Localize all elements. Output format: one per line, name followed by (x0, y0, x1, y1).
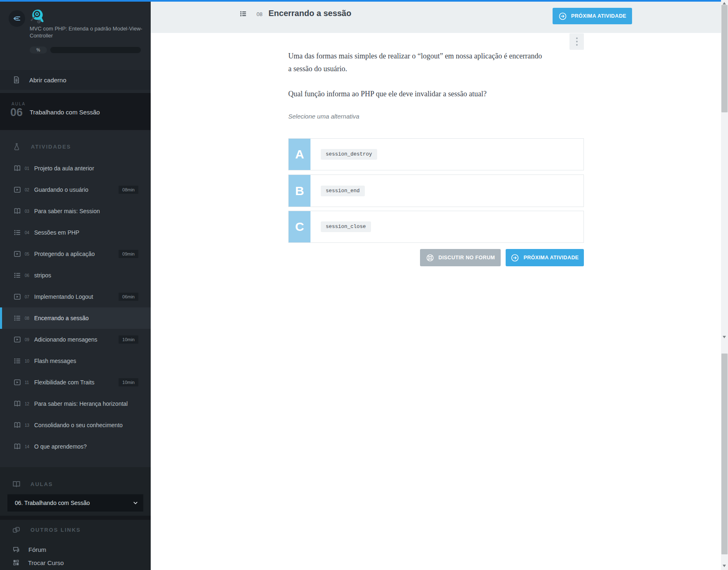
activity-label: Encerrando a sessão (34, 315, 89, 321)
course-activity-page: MVC com PHP: Entenda o padrão Model-View… (0, 0, 728, 570)
scrollbar-thumb-lower[interactable] (721, 354, 728, 554)
activities-header-label: ATIVIDADES (31, 144, 71, 150)
discuss-forum-button[interactable]: DISCUTIR NO FORUM (420, 249, 501, 266)
activity-item-09[interactable]: 09 Adicionando mensagens 10min (0, 329, 151, 350)
aulas-section-header: AULAS (0, 476, 151, 492)
video-icon (13, 250, 21, 258)
activity-item-02[interactable]: 02 Guardando o usuário 08min (0, 179, 151, 200)
select-alternative-note: Selecione uma alternativa (288, 113, 359, 120)
duration-badge: 10min (119, 335, 138, 344)
activity-number: 10 (25, 359, 31, 363)
sidebar-item-forum[interactable]: Fórum (0, 543, 151, 556)
activity-item-04[interactable]: 04 Sessões em PHP (0, 222, 151, 243)
activity-item-10[interactable]: 10 Flash messages (0, 350, 151, 372)
links-icon (12, 526, 21, 534)
activity-number: 02 (25, 188, 31, 192)
chevron-down-icon (133, 500, 138, 506)
activity-number: 09 (25, 337, 31, 342)
activity-number: 08 (257, 11, 262, 17)
option-letter: C (289, 211, 310, 242)
activity-item-07[interactable]: 07 Implementando Logout 06min (0, 286, 151, 307)
sidebar: MVC com PHP: Entenda o padrão Model-View… (0, 2, 151, 570)
book-icon (13, 421, 21, 429)
book-icon (13, 400, 21, 408)
activity-item-03[interactable]: 03 Para saber mais: Session (0, 200, 151, 222)
activity-label: Para saber mais: Session (34, 208, 100, 214)
sidebar-divider (0, 516, 151, 520)
next-activity-button-bottom[interactable]: PRÓXIMA ATIVIDADE (506, 249, 584, 266)
lesson-select-dropdown[interactable]: 06. Trabalhando com Sessão (7, 494, 143, 512)
activity-item-13[interactable]: 13 Consolidando o seu conhecimento (0, 414, 151, 436)
option-letter: A (289, 139, 310, 170)
lifebuoy-icon (426, 254, 434, 262)
activity-item-08-current[interactable]: 08 Encerrando a sessão (0, 307, 151, 329)
duration-badge: 08min (119, 186, 138, 194)
activity-label: Adicionando mensagens (34, 336, 97, 343)
activity-item-05[interactable]: 05 Protegendo a aplicação 09min (0, 243, 151, 265)
activity-item-01[interactable]: 01 Projeto da aula anterior (0, 158, 151, 179)
kebab-menu-icon (576, 37, 578, 46)
option-code: session_destroy (321, 149, 377, 160)
collapse-sidebar-button[interactable] (9, 10, 25, 27)
scroll-down-arrow-icon[interactable] (723, 336, 726, 338)
activity-header-bar: 08 Encerrando a sessão PRÓXIMA ATIVIDADE (151, 2, 728, 33)
lesson-tag: AULA (12, 102, 26, 106)
lesson-number: 06 (10, 106, 23, 119)
page-scrollbar[interactable] (721, 0, 728, 570)
activity-label: Consolidando o seu conhecimento (34, 422, 123, 428)
video-icon (13, 335, 21, 344)
activity-number: 01 (25, 166, 31, 171)
activity-item-14[interactable]: 14 O que aprendemos? (0, 436, 151, 457)
next-activity-button-top[interactable]: PRÓXIMA ATIVIDADE (553, 8, 632, 24)
activity-number: 08 (25, 316, 31, 321)
activity-number: 05 (25, 252, 31, 256)
main-content: 08 Encerrando a sessão PRÓXIMA ATIVIDADE… (151, 2, 728, 570)
course-progress-bar (50, 47, 141, 53)
next-activity-label: PRÓXIMA ATIVIDADE (571, 13, 626, 19)
activity-item-12[interactable]: 12 Para saber mais: Herança horizontal (0, 393, 151, 414)
scroll-up-arrow-icon[interactable] (723, 2, 726, 5)
video-icon (13, 293, 21, 301)
aulas-header-label: AULAS (30, 481, 53, 487)
activity-item-06[interactable]: 06 stripos (0, 265, 151, 286)
page-title: Encerrando a sessão (268, 9, 351, 18)
grid-icon (12, 559, 20, 566)
activity-label: O que aprendemos? (34, 443, 87, 450)
activity-label: stripos (34, 272, 51, 279)
answer-option-c[interactable]: C session_close (288, 211, 584, 243)
activity-label: Sessões em PHP (34, 229, 79, 236)
activity-type-list-icon (239, 10, 247, 18)
activity-number: 12 (25, 402, 31, 406)
duration-badge: 10min (119, 378, 138, 386)
question-paragraph-1: Uma das formas mais simples de realizar … (288, 50, 544, 75)
arrow-circle-right-icon (558, 12, 567, 21)
option-code: session_end (321, 186, 365, 196)
scrollbar-thumb-upper[interactable] (721, 5, 728, 112)
option-code: session_close (321, 221, 371, 232)
current-lesson-block: AULA 06 Trabalhando com Sessão (0, 93, 151, 130)
quiz-list-icon (13, 228, 21, 237)
activity-item-11[interactable]: 11 Flexibilidade com Traits 10min (0, 372, 151, 393)
selected-lesson-label: 06. Trabalhando com Sessão (15, 500, 90, 506)
sidebar-item-trocar-curso[interactable]: Trocar Curso (0, 556, 151, 569)
notebook-label: Abrir caderno (29, 77, 66, 84)
duration-badge: 09min (119, 250, 138, 258)
open-notebook-button[interactable]: Abrir caderno (0, 70, 151, 90)
activity-label: Flexibilidade com Traits (34, 379, 94, 386)
course-title: MVC com PHP: Entenda o padrão Model-View… (30, 25, 143, 39)
other-links-header-label: OUTROS LINKS (30, 527, 81, 533)
trocar-curso-link-label: Trocar Curso (28, 559, 64, 566)
course-logo[interactable] (29, 7, 48, 26)
scroll-down-arrow-icon[interactable] (723, 565, 726, 567)
video-icon (13, 186, 21, 194)
activity-label: Guardando o usuário (34, 186, 89, 193)
activity-number: 03 (25, 209, 31, 214)
answer-option-b[interactable]: B session_end (288, 174, 584, 207)
activities-list: 01 Projeto da aula anterior 02 Guardando… (0, 158, 151, 457)
answer-option-a[interactable]: A session_destroy (288, 138, 584, 170)
flask-icon (12, 142, 21, 151)
other-links-section-header: OUTROS LINKS (0, 522, 151, 537)
activity-options-menu-button[interactable] (569, 33, 584, 50)
collapse-arrow-icon (12, 14, 21, 23)
book-icon (13, 207, 21, 215)
